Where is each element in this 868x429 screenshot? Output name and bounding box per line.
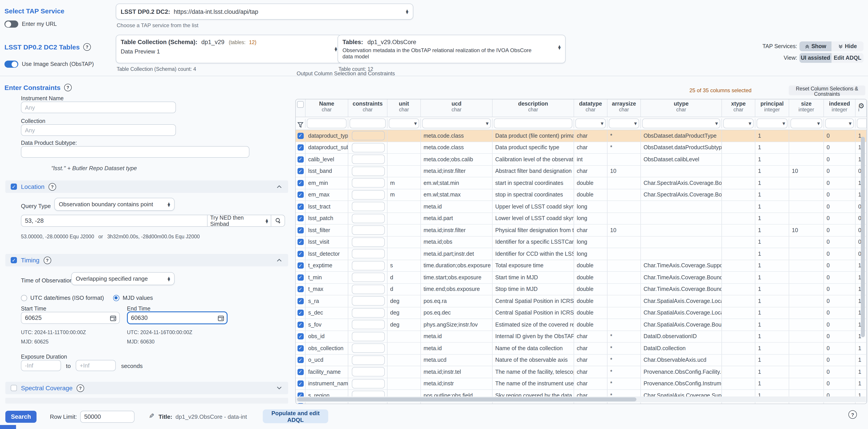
use-image-search-toggle[interactable] [4,61,18,68]
column-header-size[interactable]: sizeinteger [789,99,824,117]
row-checkbox[interactable]: ✓ [297,133,304,139]
row-checkbox[interactable]: ✓ [297,215,304,222]
row-checkbox[interactable]: ✓ [297,333,304,340]
row-checkbox[interactable]: ✓ [297,263,304,269]
filter-input-arraysize[interactable]: ▼ [609,119,639,128]
constraint-input[interactable] [352,273,385,282]
column-header-description[interactable]: descriptionchar [493,99,574,117]
constraint-input[interactable] [352,308,385,318]
table-row[interactable]: ✓lsst_patchmeta.id.partLower level of LS… [296,213,867,224]
row-checkbox[interactable]: ✓ [297,274,304,281]
row-checkbox[interactable]: ✓ [297,180,304,186]
edit-adql-button[interactable]: Edit ADQL [832,53,864,63]
constraint-input[interactable] [352,332,385,341]
reset-columns-button[interactable]: Reset Column Selections & Constraints [789,86,865,95]
row-checkbox[interactable]: ✓ [297,321,304,328]
tables-select[interactable]: Tables: dp1_v29.ObsCore Observation meta… [338,35,566,63]
row-checkbox[interactable]: ✓ [297,239,304,245]
collection-input[interactable] [21,124,176,136]
spectral-section-header[interactable]: Spectral Coverage ? [5,382,288,394]
table-row[interactable]: ✓s_fovdegphys.angSize;instr.fovEstimated… [296,319,867,331]
resolve-locate-button[interactable] [271,215,285,227]
tables-help-icon[interactable]: ? [83,43,91,51]
select-all-checkbox[interactable] [297,101,304,108]
location-section-header[interactable]: ✓ Location ? [5,180,288,193]
table-row[interactable]: ✓obs_collectionmeta.idName of the data c… [296,343,867,355]
populate-edit-adql-button[interactable]: Populate and edit ADQL [263,409,328,423]
table-row[interactable]: ✓calib_levelmeta.code;obs.calibCalibrati… [296,154,867,165]
hide-button[interactable]: Hide [832,41,864,51]
filter-input-unit[interactable]: ▼ [389,119,419,128]
time-of-observation-select[interactable]: Overlapping specified range ▲▼ [71,272,175,285]
spectral-checkbox[interactable] [11,385,17,391]
constraint-input[interactable] [352,249,385,258]
constraint-input[interactable] [352,261,385,270]
row-checkbox[interactable]: ✓ [297,357,304,363]
table-options-gear-icon[interactable]: ⚙ [858,101,864,110]
table-row[interactable]: ✓t_exptimestime.duration;obs.exposureTot… [296,260,867,272]
row-checkbox[interactable]: ✓ [297,156,304,162]
row-checkbox[interactable]: ✓ [297,192,304,198]
vertical-scrollbar-thumb[interactable] [861,137,865,337]
row-checkbox[interactable]: ✓ [297,345,304,351]
coordinates-input[interactable] [21,215,208,227]
row-checkbox[interactable]: ✓ [297,369,304,375]
constraint-input[interactable] [352,367,385,377]
exposure-min-input[interactable] [21,360,61,371]
constraint-input[interactable] [352,202,385,211]
row-checkbox[interactable]: ✓ [297,381,304,387]
column-header-arraysize[interactable]: arraysizechar [608,99,641,117]
calendar-icon[interactable] [110,315,116,321]
row-checkbox[interactable]: ✓ [297,204,304,210]
constraint-input[interactable] [352,166,385,176]
filter-input-description[interactable] [494,119,572,128]
column-header-principal[interactable]: principalinteger [755,99,789,117]
show-button[interactable]: Show [799,41,832,51]
timing-section-header[interactable]: ✓ Timing ? [5,254,288,267]
row-checkbox[interactable]: ✓ [297,168,304,175]
calendar-icon[interactable] [218,315,224,321]
filter-input-datatype[interactable]: ▼ [576,119,606,128]
mjd-radio[interactable] [113,295,120,301]
filter-input-size[interactable]: ▼ [790,119,822,128]
constraint-input[interactable] [352,155,385,164]
constraint-input[interactable] [352,214,385,223]
tap-service-select[interactable]: LSST DP0.2 DC2: https://data-int.lsst.cl… [116,4,413,20]
collapse-chevron-down-icon[interactable] [277,386,282,390]
column-header-unit[interactable]: unitchar [388,99,421,117]
row-checkbox[interactable]: ✓ [297,286,304,293]
row-checkbox[interactable]: ✓ [297,310,304,316]
ui-assisted-button[interactable]: UI assisted [799,53,832,63]
filter-input-utype[interactable]: ▼ [642,119,720,128]
instrument-name-input[interactable] [21,101,176,113]
timing-checkbox[interactable]: ✓ [11,257,17,263]
row-checkbox[interactable]: ✓ [297,227,304,234]
table-row[interactable]: ✓lsst_tractmeta.idUpper level of LSST co… [296,201,867,213]
data-product-subtype-input[interactable] [21,146,249,158]
collapse-chevron-up-icon[interactable] [277,258,282,262]
table-row[interactable]: ✓t_mindtime.start;obs.exposureStart time… [296,272,867,283]
constraint-input[interactable] [352,344,385,353]
column-header-ucd[interactable]: ucdchar [421,99,493,117]
row-checkbox[interactable]: ✓ [297,251,304,257]
table-row[interactable]: ✓o_ucdmeta.ucdNature of the observable a… [296,355,867,366]
constraint-input[interactable] [352,356,385,365]
constraint-input[interactable] [352,238,385,247]
table-row[interactable]: ✓lsst_visitmeta.id;obsIdentifier for a s… [296,236,867,248]
start-time-input[interactable] [21,314,110,321]
filter-input-indexed[interactable]: ▼ [825,119,854,128]
table-row[interactable]: ✓em_minmem.wl;stat.minstart in spectral … [296,177,867,189]
location-checkbox[interactable]: ✓ [11,184,17,190]
table-row[interactable]: ✓instrument_namemeta.id;instrThe name of… [296,378,867,390]
search-button[interactable]: Search [5,411,36,423]
horizontal-scrollbar-thumb[interactable] [297,397,637,401]
filter-input-xtype[interactable]: ▼ [723,119,753,128]
constraint-input[interactable] [352,297,385,306]
spectral-help-icon[interactable]: ? [76,384,84,392]
end-time-input[interactable] [128,314,218,321]
table-row[interactable]: ✓dataproduct_typemeta.code.classData pro… [296,130,867,142]
row-checkbox[interactable]: ✓ [297,145,304,151]
filter-input-principal[interactable]: ▼ [757,119,787,128]
constraint-input[interactable] [352,285,385,294]
filter-input-ucd[interactable]: ▼ [422,119,491,128]
